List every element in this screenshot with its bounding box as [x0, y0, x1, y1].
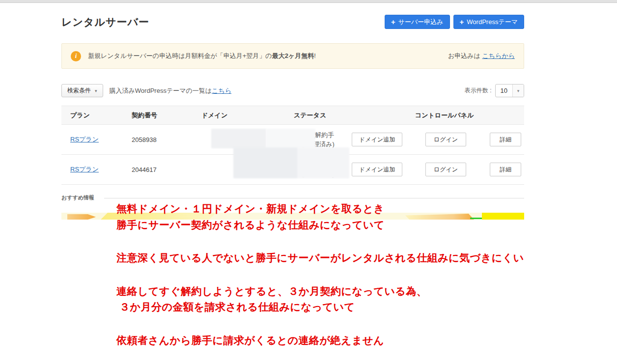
notice-text-bold: 最大2ヶ月無料 — [272, 52, 314, 59]
filter-bar: 検索条件 ▾ 購入済みWordPressテーマの一覧はこちら 表示件数 : 10… — [61, 84, 524, 97]
page-title: レンタルサーバー — [61, 15, 149, 29]
notice-text: 新規レンタルサーバーの申込時は月額料金が「申込月+翌月」の最大2ヶ月無料! — [88, 52, 316, 60]
purchased-theme-label: 購入済みWordPressテーマの一覧は — [110, 87, 212, 94]
search-condition-label: 検索条件 — [67, 86, 91, 95]
plus-icon: + — [460, 18, 464, 26]
annotation-line: ３か月分の金額を請求される仕組みになっていて — [119, 300, 355, 314]
purchased-theme-link[interactable]: こちら — [212, 87, 231, 94]
search-condition-button[interactable]: 検索条件 ▾ — [61, 84, 103, 97]
annotation-line: 依頼者さんから勝手に請求がくるとの連絡が絶えません — [116, 334, 384, 347]
plan-link[interactable]: RSプラン — [70, 136, 99, 143]
header-plan: プラン — [61, 111, 123, 120]
domain-redaction — [233, 147, 349, 178]
header-contract: 契約番号 — [123, 111, 193, 120]
table-header-row: プラン 契約番号 ドメイン ステータス コントロールパネル — [61, 106, 524, 125]
apply-here-link[interactable]: こちらから — [482, 52, 515, 59]
header-status: ステータス — [286, 111, 407, 120]
wordpress-theme-label: WordPressテーマ — [467, 18, 518, 27]
plus-icon: + — [391, 18, 395, 26]
chevron-down-icon: ▾ — [512, 84, 524, 97]
banner-orange-shape — [405, 214, 474, 220]
display-count: 表示件数 : 10 ▾ — [465, 84, 524, 97]
server-apply-button[interactable]: + サーバー申込み — [385, 15, 450, 29]
banner-arrow-shape — [67, 213, 96, 220]
chevron-down-icon: ▾ — [95, 88, 97, 93]
annotation-line: 連絡してすぐ解約しようとすると、３か月契約になっている為、 — [116, 284, 427, 298]
add-domain-button[interactable]: ドメイン追加 — [352, 163, 402, 176]
info-icon: i — [71, 51, 81, 61]
notice-apply: お申込みは こちらから — [448, 52, 515, 60]
purchased-theme-text: 購入済みWordPressテーマの一覧はこちら — [110, 86, 232, 95]
rental-server-page: レンタルサーバー + サーバー申込み + WordPressテーマ i 新規レン… — [0, 0, 617, 364]
display-count-label: 表示件数 : — [465, 86, 492, 95]
login-button[interactable]: ログイン — [425, 133, 466, 146]
header-actions: + サーバー申込み + WordPressテーマ — [396, 15, 524, 29]
recommend-info-label: おすすめ情報 — [61, 194, 94, 201]
recommend-divider — [104, 198, 524, 198]
wordpress-theme-button[interactable]: + WordPressテーマ — [453, 15, 524, 29]
login-button[interactable]: ログイン — [425, 163, 466, 176]
annotation-line: 無料ドメイン・１円ドメイン・新規ドメインを取るとき — [116, 202, 384, 216]
contract-number: 2058938 — [123, 136, 193, 143]
detail-button[interactable]: 詳細 — [490, 163, 521, 176]
server-apply-label: サーバー申込み — [398, 18, 444, 27]
banner-green-dash — [470, 218, 482, 219]
header-control-panel: コントロールパネル — [407, 111, 524, 120]
notice-banner: i 新規レンタルサーバーの申込時は月額料金が「申込月+翌月」の最大2ヶ月無料! … — [61, 43, 524, 69]
plan-link[interactable]: RSプラン — [70, 166, 99, 173]
contract-number: 2044617 — [123, 166, 193, 173]
display-count-value: 10 — [496, 84, 512, 97]
notice-text-after: ! — [314, 52, 316, 59]
browser-top-strip — [0, 0, 617, 3]
display-count-select[interactable]: 10 ▾ — [495, 84, 524, 97]
domain-redaction — [266, 129, 315, 148]
annotation-line: 注意深く見ている人でないと勝手にサーバーがレンタルされる仕組みに気づきにくい — [116, 251, 524, 265]
domain-redaction — [211, 129, 266, 148]
detail-button[interactable]: 詳細 — [490, 133, 521, 146]
header-domain: ドメイン — [193, 111, 286, 120]
add-domain-button[interactable]: ドメイン追加 — [352, 133, 402, 146]
notice-text-before: 新規レンタルサーバーの申込時は月額料金が「申込月+翌月」の — [88, 52, 272, 59]
apply-label: お申込みは — [448, 52, 482, 59]
annotation-line: 勝手にサーバー契約がされるような仕組みになっていて — [116, 218, 385, 232]
banner-yellow-block — [482, 213, 524, 220]
